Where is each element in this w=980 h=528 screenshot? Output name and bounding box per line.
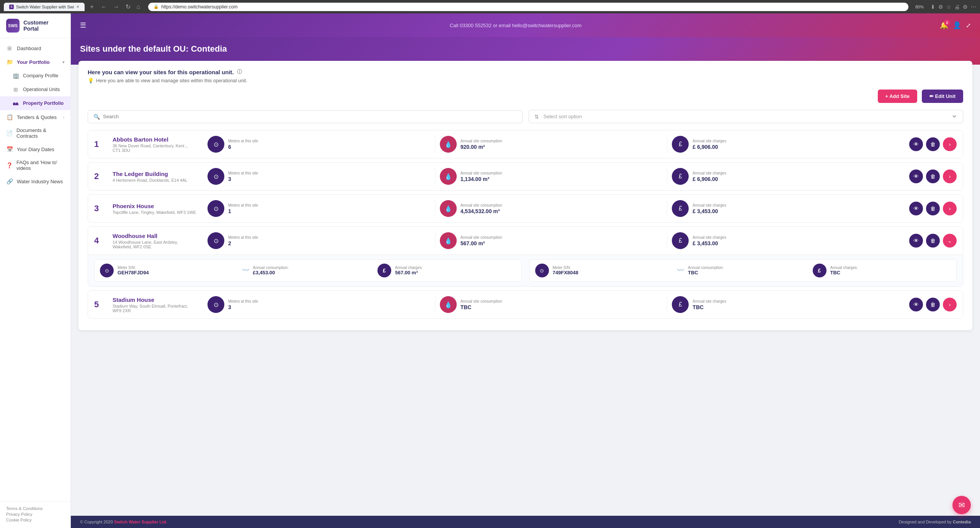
pound-circle-icon: £ <box>672 168 689 185</box>
site-row: 5 Stadium House Stadium Way, South Elmsa… <box>88 290 963 319</box>
site-info: Phoenix House Topcliffe Lane, Tingley, W… <box>113 203 197 215</box>
company-icon: 🏢 <box>12 72 19 79</box>
expand-site-button[interactable]: › <box>943 137 957 151</box>
delete-site-button[interactable]: 🗑 <box>926 137 940 151</box>
search-input[interactable] <box>103 114 517 119</box>
add-site-button[interactable]: + Add Site <box>878 90 917 103</box>
delete-site-button[interactable]: 🗑 <box>926 234 940 248</box>
site-row-main: 1 Abbots Barton Hotel 36 New Dover Road,… <box>88 130 963 158</box>
sidebar-item-your-portfolio[interactable]: 📁 Your Portfolio ▾ <box>0 55 70 69</box>
sidebar-item-operational-units[interactable]: ⊞ Operational Units <box>0 83 70 96</box>
expand-site-button[interactable]: › <box>943 202 957 215</box>
bookmark-icon[interactable]: ☆ <box>946 4 951 10</box>
privacy-link[interactable]: Privacy Policy <box>6 512 64 517</box>
consumption-label: Annual site consumption <box>461 139 502 143</box>
address-bar[interactable]: 🔒 https://demo.switchwatersupplier.com <box>148 3 908 11</box>
chat-fab-button[interactable]: ✉ <box>952 496 971 514</box>
annual-consumption-label: Annual consumption: <box>688 266 809 270</box>
meter-sn-label: Meter S/N: <box>118 266 238 270</box>
extensions-icon[interactable]: ⚙ <box>938 4 943 10</box>
reload-button[interactable]: ↻ <box>124 2 132 11</box>
wave-icon: 〰 <box>242 267 249 275</box>
sidebar-item-water-news[interactable]: 🔗 Water Industry News <box>0 174 70 188</box>
site-row: 1 Abbots Barton Hotel 36 New Dover Road,… <box>88 130 963 158</box>
view-site-button[interactable]: 👁 <box>909 298 923 311</box>
property-icon: 🏘 <box>12 100 19 107</box>
sidebar-item-diary-dates[interactable]: 📅 Your Diary Dates <box>0 142 70 156</box>
bulb-icon: 💡 <box>88 78 94 83</box>
site-row-main: 3 Phoenix House Topcliffe Lane, Tingley,… <box>88 195 963 222</box>
new-tab-button[interactable]: + <box>88 3 96 10</box>
expand-site-button[interactable]: › <box>943 298 957 311</box>
user-profile-button[interactable]: 👤 <box>953 21 961 29</box>
terms-link[interactable]: Terms & Conditions <box>6 506 64 511</box>
site-stats: ⊙ Meters at this site 2 💧 Annu <box>203 232 899 249</box>
view-site-button[interactable]: 👁 <box>909 234 923 248</box>
charges-label: Annual site charges <box>693 299 726 303</box>
developer-credit: Designed and Developed by Contedia <box>899 520 971 524</box>
charges-label: Annual site charges <box>693 139 726 143</box>
view-site-button[interactable]: 👁 <box>909 169 923 183</box>
sidebar-item-faqs[interactable]: ❓ FAQs and 'How to' videos <box>0 156 70 174</box>
settings-icon[interactable]: ⚙ <box>963 4 968 10</box>
forward-button[interactable]: → <box>111 3 121 11</box>
meter-serial-icon: ⊙ <box>535 264 549 277</box>
meters-stat: ⊙ Meters at this site 6 <box>203 136 435 153</box>
portfolio-icon: 📁 <box>6 59 13 65</box>
site-list: 1 Abbots Barton Hotel 36 New Dover Road,… <box>88 130 963 323</box>
site-name: Woodhouse Hall <box>113 233 197 239</box>
sidebar-item-label: Documents & Contracts <box>16 127 64 139</box>
sort-select[interactable]: Select sort option <box>542 113 958 120</box>
sidebar-item-company-profile[interactable]: 🏢 Company Profile <box>0 69 70 83</box>
cookie-link[interactable]: Cookie Policy <box>6 518 64 522</box>
back-button[interactable]: ← <box>99 3 109 11</box>
sort-box: ⇅ Select sort option <box>529 110 964 123</box>
charges-value: TBC <box>693 304 726 310</box>
droplet-icon: 💧 <box>440 200 457 217</box>
expand-site-button[interactable]: › <box>943 169 957 183</box>
hamburger-icon[interactable]: ☰ <box>80 21 86 29</box>
home-button[interactable]: ⌂ <box>135 3 142 11</box>
print-icon[interactable]: 🖨 <box>954 4 960 10</box>
fullscreen-button[interactable]: ⤢ <box>966 22 971 29</box>
meters-label: Meters at this site <box>228 139 258 143</box>
notifications-button[interactable]: 🔔 2 <box>940 21 948 29</box>
consumption-value: 1,134.00 m³ <box>461 176 502 182</box>
delete-site-button[interactable]: 🗑 <box>926 298 940 311</box>
top-bar-actions: 🔔 2 👤 ⤢ <box>940 21 971 29</box>
collapse-site-button[interactable]: ⌄ <box>943 234 957 248</box>
meter-detail: Meter S/N: 749FX8048 <box>553 266 674 275</box>
site-number: 4 <box>94 236 106 246</box>
wave-icon: 〰 <box>677 267 684 275</box>
browser-tab[interactable]: S Switch Water Supplier with Swi ✕ <box>4 3 85 11</box>
meter-icon: ⊙ <box>207 168 224 185</box>
charges-label: Annual site charges <box>693 203 726 207</box>
site-number: 5 <box>94 300 106 310</box>
meter-sn-label: Meter S/N: <box>553 266 674 270</box>
sidebar-item-label: Company Profile <box>23 73 58 78</box>
meters-stat: ⊙ Meters at this site 2 <box>203 232 435 249</box>
sidebar-item-property-portfolio[interactable]: 🏘 Property Portfolio <box>0 96 70 110</box>
main-content: ☰ Call 03300 552532 or email hello@switc… <box>71 13 980 528</box>
view-site-button[interactable]: 👁 <box>909 202 923 215</box>
download-icon[interactable]: ⬇ <box>931 4 935 10</box>
meter-serial-icon: ⊙ <box>100 264 114 277</box>
favicon: S <box>9 5 14 9</box>
edit-unit-button[interactable]: ✏ Edit Unit <box>922 90 963 103</box>
sidebar-item-tenders-quotes[interactable]: 📋 Tenders & Quotes › <box>0 110 70 124</box>
delete-site-button[interactable]: 🗑 <box>926 169 940 183</box>
more-icon[interactable]: ⋯ <box>971 4 976 10</box>
site-address: 4 Hertsmere Road, Docklands, E14 4AL <box>113 178 197 183</box>
delete-site-button[interactable]: 🗑 <box>926 202 940 215</box>
company-link[interactable]: Switch Water Supplier Ltd. <box>114 520 167 524</box>
chevron-right-icon: › <box>63 115 64 119</box>
consumption-stat: 💧 Annual site consumption 920.00 m³ <box>435 136 668 153</box>
sidebar-item-documents-contracts[interactable]: 📄 Documents & Contracts <box>0 124 70 142</box>
charges-stat: £ Annual site charges £ 3,453.00 <box>667 232 899 249</box>
consumption-stat: 💧 Annual site consumption 1,134.00 m³ <box>435 168 668 185</box>
meters-stat: ⊙ Meters at this site 3 <box>203 168 435 185</box>
view-site-button[interactable]: 👁 <box>909 137 923 151</box>
sidebar-item-dashboard[interactable]: ⊞ Dashboard <box>0 41 70 55</box>
close-tab-button[interactable]: ✕ <box>76 5 79 9</box>
site-info: Stadium House Stadium Way, South Elmsall… <box>113 297 197 313</box>
